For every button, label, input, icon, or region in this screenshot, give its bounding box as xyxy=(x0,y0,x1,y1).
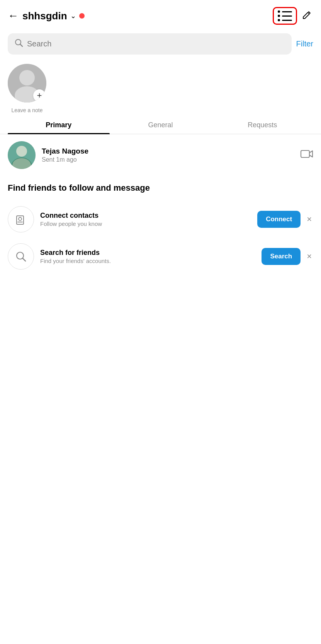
conversation-item[interactable]: Tejas Nagose Sent 1m ago xyxy=(0,134,321,176)
conversation-name: Tejas Nagose xyxy=(42,147,294,155)
search-icon xyxy=(15,39,23,49)
search-friends-card: Search for friends Find your friends' ac… xyxy=(8,238,313,275)
connect-contacts-title: Connect contacts xyxy=(40,212,251,220)
connect-contacts-actions: Connect × xyxy=(257,211,313,228)
username-label: shhsgdin xyxy=(22,10,67,22)
conversation-info: Tejas Nagose Sent 1m ago xyxy=(42,147,294,163)
filter-button[interactable]: Filter xyxy=(296,39,313,48)
find-friends-title: Find friends to follow and message xyxy=(8,183,313,193)
search-friends-info: Search for friends Find your friends' ac… xyxy=(40,249,255,264)
connect-contacts-card: Connect contacts Follow people you know … xyxy=(8,201,313,238)
search-button[interactable]: Search xyxy=(262,248,301,265)
search-friends-icon xyxy=(8,243,34,270)
search-friends-desc: Find your friends' accounts. xyxy=(40,258,255,264)
edit-button[interactable] xyxy=(301,9,313,24)
svg-rect-9 xyxy=(301,150,309,157)
tab-general[interactable]: General xyxy=(110,121,212,134)
tabs: Primary General Requests xyxy=(0,116,321,134)
connect-contacts-info: Connect contacts Follow people you know xyxy=(40,212,251,227)
search-bar-container: Filter xyxy=(0,30,321,58)
search-friends-title: Search for friends xyxy=(40,249,255,257)
online-status-dot xyxy=(79,13,85,19)
story-area: + Leave a note xyxy=(0,58,321,116)
chevron-down-icon[interactable]: ⌄ xyxy=(70,12,76,20)
svg-point-6 xyxy=(16,146,27,157)
svg-point-3 xyxy=(19,70,35,85)
conversation-time: Sent 1m ago xyxy=(42,156,294,163)
svg-point-11 xyxy=(19,217,22,220)
search-friends-actions: Search × xyxy=(262,248,313,265)
tab-requests[interactable]: Requests xyxy=(211,121,313,134)
search-input-wrapper[interactable] xyxy=(8,33,292,55)
search-friends-close-button[interactable]: × xyxy=(305,250,313,263)
username-row: shhsgdin ⌄ xyxy=(22,10,85,22)
back-button[interactable]: ← xyxy=(8,10,19,22)
add-story-button[interactable]: + xyxy=(33,89,46,102)
connect-button[interactable]: Connect xyxy=(257,211,301,228)
connect-contacts-close-button[interactable]: × xyxy=(305,213,313,226)
list-icon-button[interactable] xyxy=(273,7,297,25)
my-story-avatar[interactable]: + xyxy=(8,64,46,102)
conversation-avatar xyxy=(8,141,36,169)
header-left: ← shhsgdin ⌄ xyxy=(8,10,85,22)
header: ← shhsgdin ⌄ xyxy=(0,0,321,30)
connect-contacts-icon xyxy=(8,206,34,232)
connect-contacts-desc: Follow people you know xyxy=(40,220,251,227)
leave-note-label: Leave a note xyxy=(12,107,43,113)
svg-line-14 xyxy=(23,258,26,261)
find-friends-section: Find friends to follow and message Conne… xyxy=(0,176,321,279)
header-right xyxy=(273,7,313,25)
svg-line-1 xyxy=(20,44,23,47)
search-input[interactable] xyxy=(27,39,285,48)
my-story-wrapper: + Leave a note xyxy=(8,64,46,113)
camera-icon[interactable] xyxy=(300,147,313,163)
list-lines-icon xyxy=(278,10,292,21)
tab-primary[interactable]: Primary xyxy=(8,121,110,134)
